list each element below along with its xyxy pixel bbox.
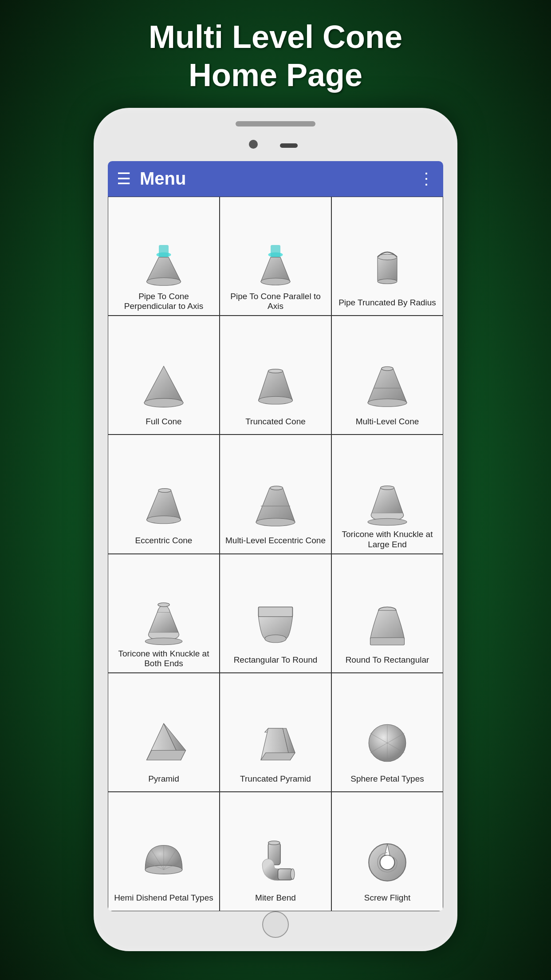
svg-point-59 xyxy=(380,855,395,869)
phone-frame: ☰ Menu ⋮ Pipe To Cone Perpendic xyxy=(94,108,457,951)
round-to-rect-icon xyxy=(363,600,412,648)
full-cone-icon xyxy=(139,361,188,410)
phone-sensor xyxy=(280,143,298,148)
svg-point-19 xyxy=(368,399,407,407)
svg-marker-13 xyxy=(259,371,293,400)
item-label: Toricone with Knuckle at Both Ends xyxy=(112,649,216,669)
item-label: Pipe To Cone Perpendicular to Axis xyxy=(112,292,216,312)
svg-point-29 xyxy=(368,518,407,525)
item-label: Eccentric Cone xyxy=(135,532,193,550)
svg-point-22 xyxy=(147,516,181,524)
svg-point-12 xyxy=(144,399,183,407)
app-bar-title: Menu xyxy=(140,169,418,189)
item-label: Pipe To Cone Parallel to Axis xyxy=(224,292,327,312)
app-bar: ☰ Menu ⋮ xyxy=(108,161,443,197)
svg-marker-20 xyxy=(147,490,181,520)
svg-marker-16 xyxy=(368,369,407,403)
svg-rect-36 xyxy=(370,638,405,645)
page-title: Multi Level Cone Home Page xyxy=(149,18,402,95)
item-label: Multi-Level Eccentric Cone xyxy=(225,532,326,550)
svg-rect-8 xyxy=(378,257,397,281)
eccentric-cone-icon xyxy=(139,481,188,530)
item-label: Rectangular To Round xyxy=(234,651,318,669)
phone-camera-icon xyxy=(249,140,258,149)
list-item[interactable]: Hemi Dishend Petal Types xyxy=(108,792,220,911)
svg-point-28 xyxy=(381,486,394,490)
list-item[interactable]: Eccentric Cone xyxy=(108,435,220,553)
pipe-truncated-icon xyxy=(363,242,412,291)
phone-bottom xyxy=(262,911,289,938)
pipe-cone-parallel-icon xyxy=(251,240,300,289)
more-options-icon[interactable]: ⋮ xyxy=(418,170,434,188)
svg-rect-56 xyxy=(278,869,293,880)
svg-point-17 xyxy=(382,367,393,371)
home-button[interactable] xyxy=(262,911,289,938)
item-label: Full Cone xyxy=(146,413,181,431)
svg-point-34 xyxy=(265,635,286,643)
list-item[interactable]: Pipe To Cone Parallel to Axis xyxy=(220,197,331,316)
item-label: Multi-Level Cone xyxy=(356,413,419,431)
truncated-cone-icon xyxy=(251,361,300,410)
svg-point-24 xyxy=(270,486,283,490)
hamburger-icon[interactable]: ☰ xyxy=(117,170,131,188)
svg-point-32 xyxy=(145,638,182,644)
svg-point-57 xyxy=(291,869,295,879)
svg-point-21 xyxy=(158,488,171,492)
list-item[interactable]: Pipe Truncated By Radius xyxy=(331,197,443,316)
list-item[interactable]: Full Cone xyxy=(108,316,220,435)
list-item[interactable]: Multi-Level Eccentric Cone xyxy=(220,435,331,553)
svg-point-55 xyxy=(268,841,280,845)
list-item[interactable]: Sphere Petal Types xyxy=(331,673,443,792)
sphere-petal-icon xyxy=(363,719,412,767)
list-item[interactable]: Rectangular To Round xyxy=(220,554,331,673)
item-label: Miter Bend xyxy=(255,889,296,907)
svg-rect-33 xyxy=(259,607,293,617)
list-item[interactable]: Truncated Cone xyxy=(220,316,331,435)
list-item[interactable]: Toricone with Knuckle at Large End xyxy=(331,435,443,553)
pyramid-icon xyxy=(139,719,188,767)
svg-point-31 xyxy=(158,603,169,607)
item-label: Round To Rectangular xyxy=(346,651,429,669)
toricone-both-icon xyxy=(139,597,188,646)
svg-marker-23 xyxy=(256,488,295,522)
toricone-large-icon xyxy=(363,478,412,527)
svg-marker-39 xyxy=(147,751,186,760)
item-label: Screw Flight xyxy=(364,889,411,907)
item-label: Sphere Petal Types xyxy=(350,770,424,788)
screw-flight-icon xyxy=(363,838,412,887)
svg-point-15 xyxy=(259,397,293,405)
list-item[interactable]: Miter Bend xyxy=(220,792,331,911)
shape-grid: Pipe To Cone Perpendicular to Axis Pipe … xyxy=(108,197,443,911)
multi-level-cone-icon xyxy=(363,361,412,410)
phone-top xyxy=(102,121,449,161)
svg-point-10 xyxy=(378,279,397,284)
svg-marker-43 xyxy=(261,753,295,760)
miter-bend-icon xyxy=(251,838,300,887)
list-item[interactable]: Round To Rectangular xyxy=(331,554,443,673)
phone-speaker xyxy=(236,121,315,126)
rect-to-round-icon xyxy=(251,600,300,648)
item-label: Hemi Dishend Petal Types xyxy=(114,889,213,907)
svg-point-3 xyxy=(147,277,181,285)
list-item[interactable]: Toricone with Knuckle at Both Ends xyxy=(108,554,220,673)
svg-point-7 xyxy=(261,278,290,285)
svg-point-14 xyxy=(268,369,283,373)
svg-marker-27 xyxy=(372,488,403,513)
list-item[interactable]: Truncated Pyramid xyxy=(220,673,331,792)
list-item[interactable]: Multi-Level Cone xyxy=(331,316,443,435)
svg-rect-1 xyxy=(159,245,169,257)
list-item[interactable]: Pipe To Cone Perpendicular to Axis xyxy=(108,197,220,316)
item-label: Toricone with Knuckle at Large End xyxy=(335,530,439,550)
list-item[interactable]: Screw Flight xyxy=(331,792,443,911)
screen: ☰ Menu ⋮ Pipe To Cone Perpendic xyxy=(108,161,443,911)
item-label: Pyramid xyxy=(148,770,179,788)
list-item[interactable]: Pyramid xyxy=(108,673,220,792)
item-label: Pipe Truncated By Radius xyxy=(338,294,436,312)
svg-rect-5 xyxy=(271,245,280,257)
svg-marker-11 xyxy=(144,366,183,403)
hemi-dishend-icon xyxy=(139,838,188,887)
svg-marker-30 xyxy=(149,612,178,632)
truncated-pyramid-icon xyxy=(251,719,300,767)
pipe-cone-perp-icon xyxy=(139,240,188,289)
multi-eccentric-icon xyxy=(251,481,300,530)
